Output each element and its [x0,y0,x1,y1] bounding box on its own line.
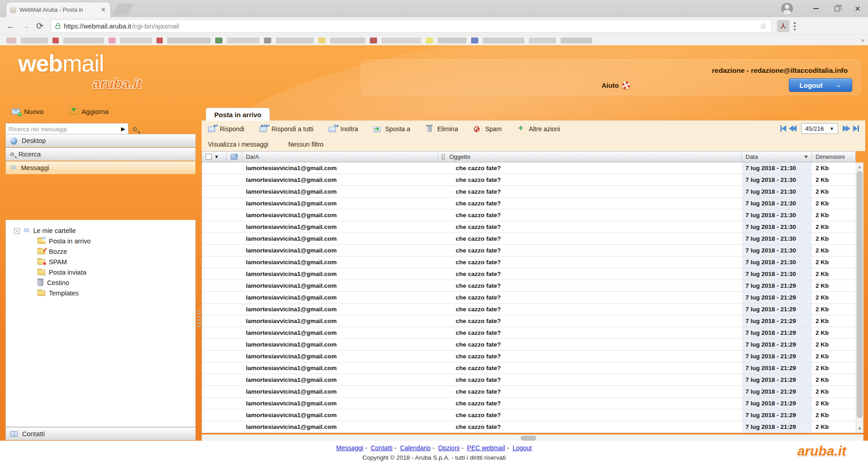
horizontal-scrollbar-thumb[interactable] [521,436,536,441]
message-row[interactable]: lamortesiavvicina1@gmail.com che cazzo f… [202,209,856,221]
vertical-scrollbar-thumb[interactable] [857,171,863,418]
column-header-date[interactable]: Data [742,152,812,162]
forward-button[interactable]: ↪ Inoltra [329,125,358,133]
footer-link-messaggi[interactable]: Messaggi [336,444,363,452]
message-row[interactable]: lamortesiavvicina1@gmail.com che cazzo f… [202,268,856,280]
new-message-button[interactable]: + Nuovo [12,108,43,115]
close-window-button[interactable]: ✕ [847,0,868,17]
browser-tab[interactable]: WebMail Aruba - Posta in ✕ [6,2,110,17]
message-list: lamortesiavvicina1@gmail.com che cazzo f… [202,162,856,433]
panel-resize-handle[interactable] [196,310,201,328]
footer-link-logout[interactable]: Logout [513,444,532,452]
url-field[interactable]: https://webmail.aruba.it/cgi-bin/ajaxmai… [51,19,772,33]
sidebar-item-ricerca[interactable]: Ricerca [5,147,196,161]
message-row[interactable]: lamortesiavvicina1@gmail.com che cazzo f… [202,186,856,198]
message-row[interactable]: lamortesiavvicina1@gmail.com che cazzo f… [202,280,856,292]
message-size: 2 Kb [812,351,855,362]
message-row[interactable]: lamortesiavvicina1@gmail.com che cazzo f… [202,339,856,351]
back-button[interactable]: ← [6,21,15,31]
message-row[interactable]: lamortesiavvicina1@gmail.com che cazzo f… [202,257,856,268]
message-row[interactable]: lamortesiavvicina1@gmail.com che cazzo f… [202,386,856,398]
scroll-up-icon[interactable]: ▲ [857,164,862,169]
bookmark-star-icon[interactable]: ☆ [760,21,767,31]
footer-link-calendario[interactable]: Calendario [400,444,431,452]
prev-page-button[interactable] [789,125,797,132]
folder-posta-inviata[interactable]: Posta inviata [38,268,195,276]
view-messages-menu[interactable]: Visualizza i messaggi [208,141,269,148]
more-actions-button[interactable]: + Altre azioni [517,125,560,133]
help-link[interactable]: Aiuto [602,81,630,89]
footer-link-contatti[interactable]: Contatti [371,444,392,452]
collapse-icon[interactable]: − [14,228,20,234]
delete-button[interactable]: Elimina [425,125,458,133]
move-to-button[interactable]: Sposta a [373,125,410,133]
next-page-button[interactable] [843,125,850,132]
folder-bozze[interactable]: Bozze [38,247,195,255]
footer-link-opzioni[interactable]: Opzioni [438,444,459,452]
refresh-button[interactable]: Aggiorna [70,108,108,115]
message-row[interactable]: lamortesiavvicina1@gmail.com che cazzo f… [202,221,856,233]
tree-root-le-mie-cartelle[interactable]: − ✉ Le mie cartelle [14,227,195,234]
vertical-scrollbar[interactable]: ▲ ▼ [856,162,863,433]
column-header-subject[interactable]: Oggetto [438,152,742,162]
sidebar-item-contatti[interactable]: Contatti [5,427,196,440]
profile-icon[interactable] [781,3,793,14]
mailbox-tab[interactable]: Posta in arrivo [206,108,270,121]
pdf-extension-icon[interactable]: 人 [777,20,789,32]
last-page-button[interactable] [853,125,859,132]
bookmarks-bar[interactable]: » [0,36,868,45]
folder-templates[interactable]: Templates [38,289,195,297]
reply-all-button[interactable]: ↩↩ Rispondi a tutti [259,125,313,133]
message-date: 7 lug 2018 - 21:29 [742,339,812,350]
footer-link-pec-webmail[interactable]: PEC webmail [467,444,505,452]
message-search-input[interactable]: Ricerca nei messaggi ▶ [5,123,128,135]
message-row[interactable]: lamortesiavvicina1@gmail.com che cazzo f… [202,304,856,315]
search-icon[interactable] [133,127,137,131]
folder-spam[interactable]: SPAM [38,258,195,266]
reload-button[interactable]: ⟳ [36,21,43,31]
message-row[interactable]: lamortesiavvicina1@gmail.com che cazzo f… [202,174,856,186]
folder-posta-in-arrivo[interactable]: Posta in arrivo [38,237,195,245]
message-size: 2 Kb [812,304,855,315]
minimize-button[interactable] [806,0,826,17]
message-row[interactable]: lamortesiavvicina1@gmail.com che cazzo f… [202,245,856,257]
select-dropdown-icon[interactable]: ▼ [214,154,219,159]
status-column-icon[interactable] [231,154,238,160]
new-tab-button[interactable] [112,4,134,15]
column-header-from[interactable]: Da/A [242,152,438,162]
column-header-size[interactable]: Dimensioni [812,152,855,162]
message-row[interactable]: lamortesiavvicina1@gmail.com che cazzo f… [202,409,856,421]
browser-menu-icon[interactable] [794,22,796,30]
bookmarks-overflow-icon[interactable]: » [861,37,864,43]
forward-button[interactable]: → [21,21,30,31]
tab-close-icon[interactable]: ✕ [100,6,107,13]
maximize-button[interactable] [826,0,847,17]
sidebar-item-desktop[interactable]: Desktop [5,134,196,147]
reply-button[interactable]: ↩ Rispondi [208,125,244,133]
select-all-checkbox[interactable] [206,154,212,160]
logout-button[interactable]: Logout → [789,78,852,92]
message-row[interactable]: lamortesiavvicina1@gmail.com che cazzo f… [202,351,856,362]
message-row[interactable]: lamortesiavvicina1@gmail.com che cazzo f… [202,362,856,374]
message-row[interactable]: lamortesiavvicina1@gmail.com che cazzo f… [202,315,856,327]
message-row[interactable]: lamortesiavvicina1@gmail.com che cazzo f… [202,327,856,339]
message-row[interactable]: lamortesiavvicina1@gmail.com che cazzo f… [202,421,856,433]
message-row[interactable]: lamortesiavvicina1@gmail.com che cazzo f… [202,398,856,409]
first-page-button[interactable] [780,125,786,132]
message-row[interactable]: lamortesiavvicina1@gmail.com che cazzo f… [202,198,856,209]
page-select[interactable]: 45/216▼ [801,123,838,134]
message-from: lamortesiavvicina1@gmail.com [242,174,438,185]
message-size: 2 Kb [812,409,855,421]
message-subject: che cazzo fate? [438,327,742,338]
message-subject: che cazzo fate? [438,221,742,233]
folder-cestino[interactable]: Cestino [38,279,195,286]
spam-button[interactable]: Spam [473,125,502,133]
message-row[interactable]: lamortesiavvicina1@gmail.com che cazzo f… [202,374,856,386]
sidebar-item-messaggi[interactable]: ✉ Messaggi [5,161,196,174]
no-filter-menu[interactable]: Nessun filtro [288,141,324,148]
scroll-down-icon[interactable]: ▼ [857,426,862,431]
message-row[interactable]: lamortesiavvicina1@gmail.com che cazzo f… [202,292,856,304]
message-row[interactable]: lamortesiavvicina1@gmail.com che cazzo f… [202,233,856,245]
message-row[interactable]: lamortesiavvicina1@gmail.com che cazzo f… [202,162,856,174]
search-options-caret-icon[interactable]: ▶ [121,126,125,132]
